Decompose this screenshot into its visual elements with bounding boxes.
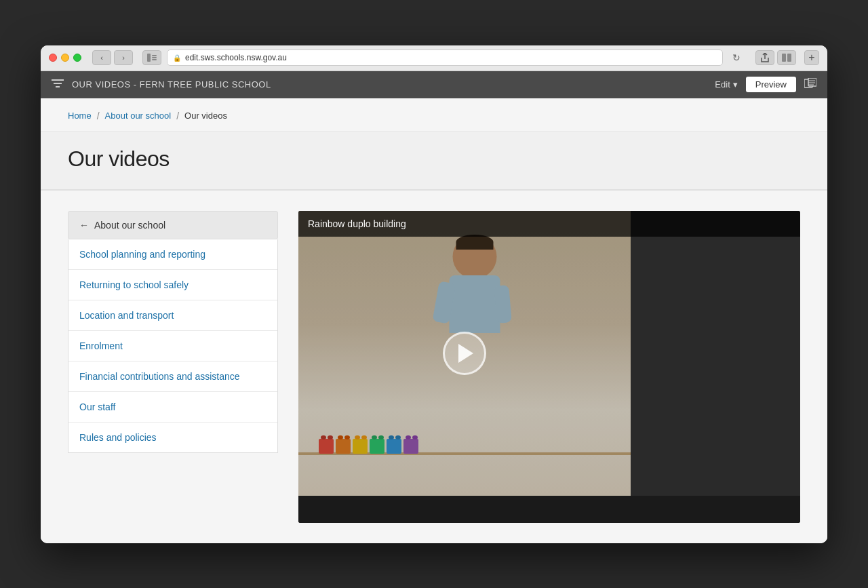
minimize-button[interactable] bbox=[61, 54, 69, 62]
page-content: Home / About our school / Our videos Our… bbox=[41, 98, 827, 543]
page-title-area: Our videos bbox=[41, 132, 827, 191]
breadcrumb-parent[interactable]: About our school bbox=[105, 111, 172, 121]
breadcrumb-sep-1: / bbox=[97, 111, 100, 121]
video-area: Rainbow duplo building bbox=[298, 211, 800, 523]
play-button-overlay[interactable] bbox=[298, 211, 631, 496]
edit-button[interactable]: Edit ▾ bbox=[715, 79, 737, 90]
browser-window: ‹ › 🔒 edit.sws.schools.nsw.gov.au ↻ bbox=[41, 45, 827, 543]
cms-page-title: OUR VIDEOS - FERN TREE PUBLIC SCHOOL bbox=[72, 79, 271, 90]
svg-rect-3 bbox=[152, 59, 157, 60]
reader-mode-button[interactable] bbox=[777, 50, 796, 65]
video-title: Rainbow duplo building bbox=[308, 218, 406, 229]
new-tab-button[interactable]: + bbox=[804, 50, 819, 65]
sidebar-item-rules[interactable]: Rules and policies bbox=[68, 423, 277, 452]
cms-toolbar-left: OUR VIDEOS - FERN TREE PUBLIC SCHOOL bbox=[52, 79, 271, 91]
preview-button[interactable]: Preview bbox=[746, 77, 796, 92]
video-thumbnail[interactable] bbox=[298, 211, 800, 496]
share-button[interactable] bbox=[755, 50, 774, 65]
video-title-bar: Rainbow duplo building bbox=[298, 211, 800, 237]
sidebar-item-returning[interactable]: Returning to school safely bbox=[68, 270, 277, 300]
fullscreen-button[interactable] bbox=[73, 54, 81, 62]
sidebar-item-school-planning[interactable]: School planning and reporting bbox=[68, 239, 277, 270]
video-controls-bar bbox=[298, 496, 800, 523]
sidebar-item-location[interactable]: Location and transport bbox=[68, 300, 277, 331]
filter-icon bbox=[52, 79, 64, 91]
nav-buttons: ‹ › bbox=[92, 50, 133, 65]
cms-toolbar-right: Edit ▾ Preview bbox=[715, 77, 816, 92]
breadcrumb-area: Home / About our school / Our videos bbox=[41, 98, 827, 132]
sidebar-item-enrolment[interactable]: Enrolment bbox=[68, 331, 277, 361]
video-left-panel bbox=[298, 211, 631, 496]
toolbar-right bbox=[755, 50, 796, 65]
main-layout: ← About our school School planning and r… bbox=[41, 191, 827, 543]
sidebar: ← About our school School planning and r… bbox=[68, 211, 278, 523]
page-title: Our videos bbox=[68, 146, 800, 172]
svg-rect-1 bbox=[152, 55, 157, 56]
breadcrumb: Home / About our school / Our videos bbox=[68, 111, 800, 121]
breadcrumb-home[interactable]: Home bbox=[68, 111, 92, 121]
video-container: Rainbow duplo building bbox=[298, 211, 800, 523]
close-button[interactable] bbox=[49, 54, 57, 62]
sidebar-back-button[interactable]: ← About our school bbox=[68, 211, 278, 239]
address-bar[interactable]: 🔒 edit.sws.schools.nsw.gov.au bbox=[167, 50, 723, 66]
reload-button[interactable]: ↻ bbox=[728, 50, 745, 65]
svg-rect-4 bbox=[782, 54, 786, 62]
svg-rect-0 bbox=[147, 54, 151, 62]
back-button[interactable]: ‹ bbox=[92, 50, 111, 65]
sidebar-nav: School planning and reporting Returning … bbox=[68, 239, 278, 453]
sidebar-back-label: About our school bbox=[94, 220, 165, 231]
video-right-panel bbox=[631, 211, 800, 496]
breadcrumb-sep-2: / bbox=[176, 111, 179, 121]
url-text: edit.sws.schools.nsw.gov.au bbox=[185, 53, 287, 62]
play-button[interactable] bbox=[443, 332, 486, 375]
traffic-lights bbox=[49, 54, 81, 62]
lock-icon: 🔒 bbox=[173, 54, 181, 62]
sidebar-toggle-button[interactable] bbox=[142, 50, 161, 65]
cms-share-icon[interactable] bbox=[804, 78, 816, 92]
back-arrow-icon: ← bbox=[79, 220, 89, 231]
cms-toolbar: OUR VIDEOS - FERN TREE PUBLIC SCHOOL Edi… bbox=[41, 71, 827, 98]
sidebar-item-financial[interactable]: Financial contributions and assistance bbox=[68, 361, 277, 392]
sidebar-item-staff[interactable]: Our staff bbox=[68, 392, 277, 423]
svg-rect-2 bbox=[152, 57, 157, 58]
title-bar: ‹ › 🔒 edit.sws.schools.nsw.gov.au ↻ bbox=[41, 45, 827, 71]
forward-button[interactable]: › bbox=[114, 50, 133, 65]
play-triangle-icon bbox=[458, 344, 473, 363]
breadcrumb-current: Our videos bbox=[184, 111, 227, 121]
svg-rect-5 bbox=[787, 54, 791, 62]
